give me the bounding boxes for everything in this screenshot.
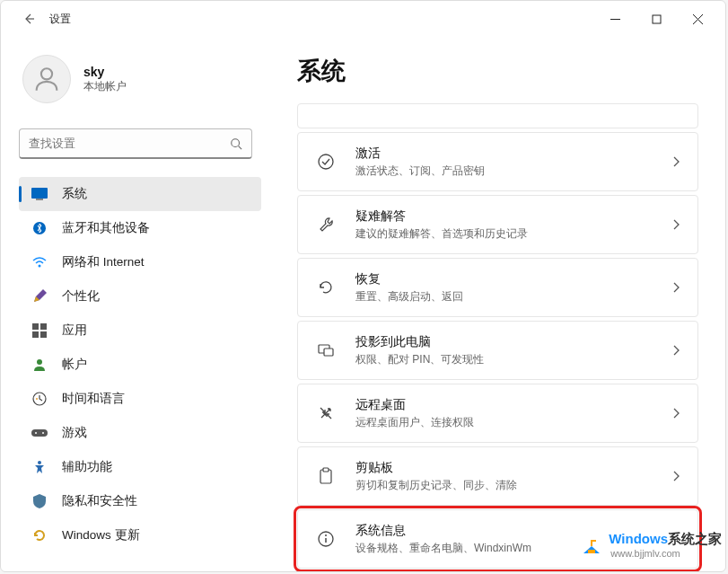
back-button[interactable] xyxy=(15,5,42,32)
remote-icon xyxy=(316,403,336,423)
card-text: 远程桌面 远程桌面用户、连接权限 xyxy=(355,397,672,430)
nav-item-network[interactable]: 网络和 Internet xyxy=(19,245,261,279)
system-icon xyxy=(31,186,48,202)
svg-rect-8 xyxy=(36,199,43,200)
card-subtitle: 激活状态、订阅、产品密钥 xyxy=(355,163,672,179)
nav-label: 蓝牙和其他设备 xyxy=(62,220,150,236)
card-project[interactable]: 投影到此电脑 权限、配对 PIN、可发现性 xyxy=(297,321,698,380)
svg-point-4 xyxy=(41,68,52,79)
svg-point-5 xyxy=(232,138,240,146)
main-title: 系统 xyxy=(297,55,698,87)
nav-label: 游戏 xyxy=(62,425,87,441)
card-title: 疑难解答 xyxy=(355,208,672,225)
nav-label: 系统 xyxy=(62,186,87,202)
clipboard-icon xyxy=(316,466,336,486)
svg-rect-13 xyxy=(32,331,39,338)
svg-rect-12 xyxy=(40,323,47,330)
card-subtitle: 权限、配对 PIN、可发现性 xyxy=(355,352,672,367)
search-input[interactable] xyxy=(29,137,230,150)
chevron-right-icon xyxy=(672,408,680,419)
accessibility-icon xyxy=(31,459,48,475)
close-button[interactable] xyxy=(677,4,718,33)
card-title: 远程桌面 xyxy=(355,397,672,413)
card-troubleshoot[interactable]: 疑难解答 建议的疑难解答、首选项和历史记录 xyxy=(297,195,698,254)
nav-item-apps[interactable]: 应用 xyxy=(19,313,261,348)
watermark-text: Windows系统之家 www.bjjmlv.com xyxy=(609,531,722,559)
svg-point-19 xyxy=(35,432,37,434)
nav-label: 帐户 xyxy=(62,357,87,373)
watermark-url: www.bjjmlv.com xyxy=(610,548,722,559)
svg-rect-7 xyxy=(31,188,48,199)
svg-rect-30 xyxy=(588,550,595,553)
troubleshoot-icon xyxy=(316,215,336,234)
nav-label: 应用 xyxy=(62,322,87,339)
about-icon xyxy=(316,529,336,549)
card-subtitle: 建议的疑难解答、首选项和历史记录 xyxy=(355,226,672,242)
nav-item-bluetooth[interactable]: 蓝牙和其他设备 xyxy=(19,211,261,245)
svg-rect-18 xyxy=(31,429,48,437)
card-subtitle: 剪切和复制历史记录、同步、清除 xyxy=(355,478,672,493)
apps-icon xyxy=(31,322,48,339)
activation-icon xyxy=(316,152,336,172)
account-icon xyxy=(31,357,48,373)
window-title: 设置 xyxy=(49,12,71,27)
card-subtitle: 远程桌面用户、连接权限 xyxy=(355,415,672,430)
back-arrow-icon xyxy=(22,12,36,26)
card-remote[interactable]: 远程桌面 远程桌面用户、连接权限 xyxy=(297,384,698,443)
nav-label: 时间和语言 xyxy=(62,391,125,407)
svg-line-6 xyxy=(239,146,242,149)
svg-point-15 xyxy=(37,359,42,365)
chevron-right-icon xyxy=(672,471,680,481)
svg-point-28 xyxy=(325,534,327,536)
card-text: 剪贴板 剪切和复制历史记录、同步、清除 xyxy=(355,460,672,493)
nav-item-update[interactable]: Windows 更新 xyxy=(19,518,261,552)
svg-point-22 xyxy=(319,155,333,169)
nav-item-privacy[interactable]: 隐私和安全性 xyxy=(19,484,261,518)
person-icon xyxy=(31,64,62,94)
card-activation[interactable]: 激活 激活状态、订阅、产品密钥 xyxy=(297,132,698,191)
search-icon xyxy=(230,137,242,150)
nav-item-gaming[interactable]: 游戏 xyxy=(19,416,261,450)
main-content: 系统 激活 激活状态、订阅、产品密钥 疑难解答 建议的疑难解答、首选项和历史记录 xyxy=(270,37,725,571)
card-partial-top[interactable] xyxy=(297,103,698,128)
card-recovery[interactable]: 恢复 重置、高级启动、返回 xyxy=(297,258,698,317)
network-icon xyxy=(31,254,48,270)
update-icon xyxy=(31,527,48,543)
settings-window: 设置 sky 本地帐户 xyxy=(0,0,726,572)
card-text: 激活 激活状态、订阅、产品密钥 xyxy=(355,146,672,179)
nav-item-personalize[interactable]: 个性化 xyxy=(19,279,261,313)
nav-item-system[interactable]: 系统 xyxy=(19,177,261,211)
profile[interactable]: sky 本地帐户 xyxy=(19,55,270,103)
search-box[interactable] xyxy=(19,128,252,159)
titlebar: 设置 xyxy=(1,1,725,37)
minimize-icon xyxy=(610,14,620,24)
svg-point-10 xyxy=(39,265,41,268)
gaming-icon xyxy=(31,425,48,441)
avatar xyxy=(22,55,71,103)
nav-label: 辅助功能 xyxy=(62,459,112,475)
minimize-button[interactable] xyxy=(594,4,636,33)
profile-text: sky 本地帐户 xyxy=(83,65,127,94)
maximize-button[interactable] xyxy=(636,4,677,33)
svg-rect-14 xyxy=(40,331,47,338)
nav-label: 个性化 xyxy=(62,288,100,305)
svg-point-21 xyxy=(38,461,41,464)
maximize-icon xyxy=(652,14,662,24)
chevron-right-icon xyxy=(672,156,680,167)
nav-label: 隐私和安全性 xyxy=(62,493,137,509)
card-clipboard[interactable]: 剪贴板 剪切和复制历史记录、同步、清除 xyxy=(297,446,698,506)
sidebar: sky 本地帐户 系统 蓝牙和其他设备 网络和 I xyxy=(1,37,270,571)
watermark-logo-icon xyxy=(580,534,603,557)
window-controls xyxy=(594,4,718,33)
content: sky 本地帐户 系统 蓝牙和其他设备 网络和 I xyxy=(1,37,725,571)
watermark-brand1: Windows xyxy=(609,531,668,546)
svg-rect-26 xyxy=(323,468,329,472)
card-text: 恢复 重置、高级启动、返回 xyxy=(355,271,672,305)
personalize-icon xyxy=(31,288,48,305)
nav-item-accessibility[interactable]: 辅助功能 xyxy=(19,450,261,484)
profile-subtitle: 本地帐户 xyxy=(83,79,127,94)
nav-item-account[interactable]: 帐户 xyxy=(19,348,261,382)
nav-item-time[interactable]: 时间和语言 xyxy=(19,382,261,416)
time-icon xyxy=(31,391,48,407)
card-text: 疑难解答 建议的疑难解答、首选项和历史记录 xyxy=(355,208,672,242)
